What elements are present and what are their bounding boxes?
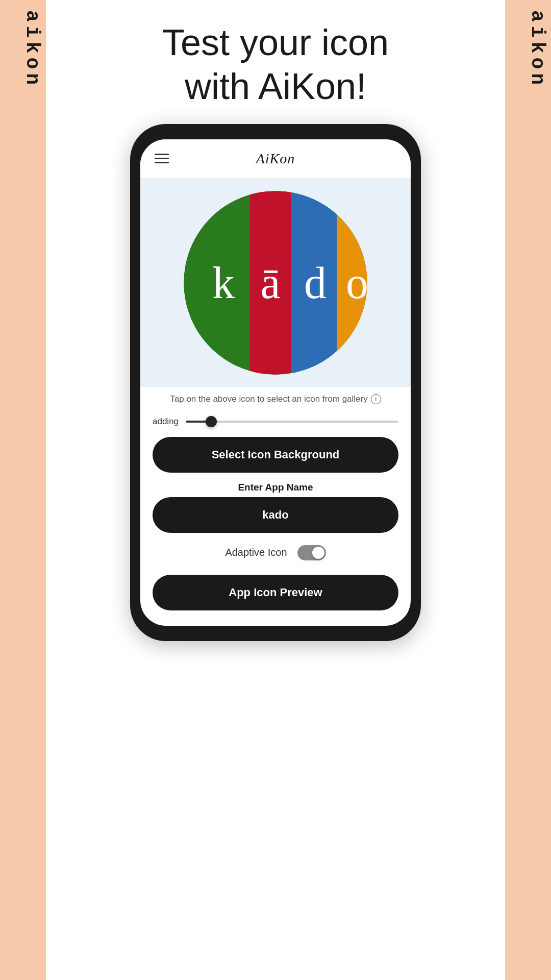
- phone-screen: AiKon: [140, 139, 411, 626]
- svg-text:ā: ā: [260, 258, 280, 308]
- main-content: Test your iconwith AiKon! AiKon: [46, 0, 505, 980]
- kado-icon[interactable]: k ā d o: [184, 191, 367, 375]
- adaptive-icon-label: Adaptive Icon: [225, 547, 287, 558]
- side-text-left: aikon: [0, 0, 46, 99]
- slider-thumb[interactable]: [206, 416, 217, 427]
- app-name-input[interactable]: kado: [153, 497, 398, 533]
- svg-text:d: d: [304, 258, 327, 308]
- side-text-right: aikon: [505, 0, 551, 99]
- app-icon-preview-button[interactable]: App Icon Preview: [153, 575, 398, 610]
- headline: Test your iconwith AiKon!: [142, 0, 409, 124]
- adaptive-icon-toggle[interactable]: [297, 545, 326, 560]
- padding-slider[interactable]: [186, 421, 398, 423]
- padding-label: adding: [153, 416, 179, 427]
- select-icon-background-button[interactable]: Select Icon Background: [153, 437, 398, 473]
- phone-mockup: AiKon: [130, 124, 421, 641]
- padding-row: adding: [140, 411, 411, 432]
- svg-text:o: o: [346, 258, 367, 308]
- hamburger-menu-button[interactable]: [155, 154, 169, 163]
- icon-preview-area[interactable]: k ā d o: [140, 179, 411, 387]
- enter-name-section: Enter App Name kado: [140, 478, 411, 535]
- adaptive-icon-row: Adaptive Icon: [140, 535, 411, 571]
- icon-hint: Tap on the above icon to select an icon …: [140, 387, 411, 411]
- enter-app-name-label: Enter App Name: [153, 482, 398, 493]
- svg-text:k: k: [212, 258, 235, 308]
- info-icon[interactable]: i: [371, 394, 381, 404]
- app-header: AiKon: [140, 139, 411, 179]
- app-title: AiKon: [256, 151, 295, 167]
- toggle-knob: [312, 547, 324, 559]
